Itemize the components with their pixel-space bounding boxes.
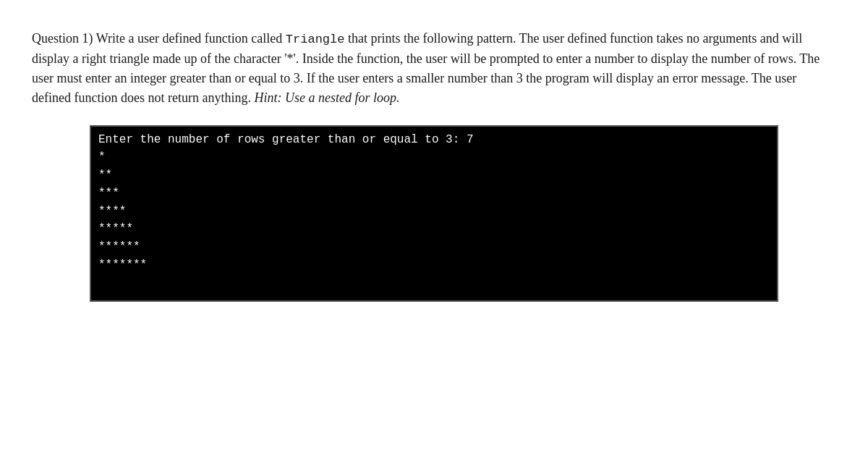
hint-text: Hint: Use a nested for loop.	[254, 90, 399, 105]
terminal-row-1: *	[98, 148, 770, 166]
question-paragraph: Question 1) Write a user defined functio…	[32, 29, 827, 108]
terminal: Enter the number of rows greater than or…	[91, 127, 777, 300]
terminal-row-7: *******	[98, 256, 770, 274]
terminal-row-4: ****	[98, 203, 770, 221]
terminal-wrapper: Enter the number of rows greater than or…	[90, 125, 778, 302]
terminal-row-2: **	[98, 166, 770, 185]
terminal-row-6: ******	[98, 238, 770, 256]
inline-code-triangle: Triangle	[286, 33, 345, 46]
question-text: Question 1) Write a user defined functio…	[32, 29, 827, 108]
terminal-row-3: ***	[98, 185, 770, 203]
terminal-row-5: *****	[98, 220, 770, 238]
terminal-prompt: Enter the number of rows greater than or…	[98, 131, 770, 149]
